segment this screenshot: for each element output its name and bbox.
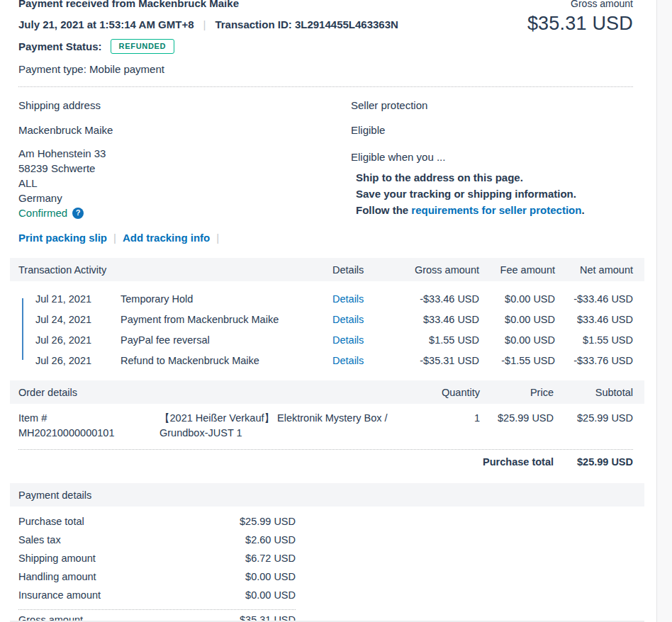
- activity-date: Jul 26, 2021: [35, 334, 121, 346]
- payment-detail-label: Sales tax: [18, 534, 61, 553]
- condition-line: Ship to the address on this page.: [356, 169, 633, 186]
- item-price: $25.99 USD: [480, 411, 554, 426]
- purchase-total-label: Purchase total: [18, 456, 554, 468]
- print-packing-slip-link[interactable]: Print packing slip: [18, 232, 107, 244]
- activity-date: Jul 26, 2021: [35, 355, 121, 366]
- column-header-gross: Gross amount: [393, 264, 479, 276]
- purchase-total-value: $25.99 USD: [554, 456, 633, 468]
- actions-row: Print packing slip | Add tracking info |: [10, 232, 644, 244]
- address-protection-section: Shipping address Mackenbruck Maike Am Ho…: [10, 99, 644, 220]
- column-header-price: Price: [480, 387, 554, 398]
- address-line: ALL: [18, 176, 351, 191]
- scrollbar-track[interactable]: [656, 0, 672, 622]
- item-quantity: 1: [393, 411, 480, 426]
- address-confirmed-row: Confirmed ?: [18, 205, 351, 220]
- details-link[interactable]: Details: [332, 355, 364, 366]
- transaction-activity-rows: Jul 21, 2021 Temporary Hold Details -$33…: [10, 281, 644, 380]
- payment-datetime: July 21, 2021 at 1:53:14 AM GMT+8: [18, 18, 194, 30]
- column-header-quantity: Quantity: [393, 387, 480, 398]
- payment-detail-value: $25.99 USD: [240, 516, 296, 534]
- item-description: 【2021 Heißer Verkauf】 Elektronik Mystery…: [159, 411, 393, 441]
- list-item: Handling amount $0.00 USD: [18, 571, 296, 589]
- address-line: Germany: [18, 191, 351, 205]
- status-badge: REFUNDED: [111, 39, 175, 54]
- activity-fee: $0.00 USD: [479, 334, 555, 346]
- gross-amount-summary: Gross amount $35.31 USD: [527, 0, 633, 75]
- header-divider: [18, 86, 633, 87]
- details-link[interactable]: Details: [332, 293, 364, 305]
- activity-description: Temporary Hold: [121, 293, 332, 305]
- seller-protection-heading: Seller protection: [351, 99, 633, 111]
- column-header-subtotal: Subtotal: [554, 387, 633, 398]
- page-title: Payment received from Mackenbruck Maike: [18, 0, 398, 9]
- list-item: Sales tax $2.60 USD: [18, 534, 296, 553]
- confirmed-link[interactable]: Confirmed: [18, 205, 67, 220]
- table-row: Jul 26, 2021 Refund to Mackenbruck Maike…: [18, 350, 633, 371]
- payment-details-divider: [18, 609, 296, 610]
- shipping-address-block: Shipping address Mackenbruck Maike Am Ho…: [18, 99, 351, 220]
- payment-header: Payment received from Mackenbruck Maike …: [10, 0, 644, 75]
- table-row: Jul 26, 2021 PayPal fee reversal Details…: [18, 329, 633, 350]
- payment-detail-label: Shipping amount: [18, 553, 96, 571]
- gross-amount-label: Gross amount: [527, 0, 633, 9]
- activity-gross: -$33.46 USD: [393, 293, 479, 305]
- payment-type: Payment type: Mobile payment: [18, 63, 398, 75]
- item-number-value: MH20210000000101: [18, 426, 159, 441]
- seller-protection-block: Seller protection Eligible Eligible when…: [351, 99, 633, 220]
- seller-protection-intro: Eligible when you ...: [351, 151, 633, 163]
- order-details-title: Order details: [18, 387, 393, 398]
- payment-header-left: Payment received from Mackenbruck Maike …: [18, 0, 398, 75]
- payment-status-row: Payment Status: REFUNDED: [18, 39, 398, 54]
- timeline-connector: [22, 298, 23, 360]
- transaction-activity-header: Transaction Activity Details Gross amoun…: [10, 258, 644, 281]
- payment-detail-value: $0.00 USD: [245, 571, 296, 589]
- action-separator: |: [113, 232, 116, 244]
- purchase-total-row: Purchase total $25.99 USD: [10, 450, 644, 476]
- details-link[interactable]: Details: [332, 314, 364, 325]
- payment-detail-value: $6.72 USD: [245, 553, 296, 571]
- column-header-net: Net amount: [555, 264, 633, 276]
- address-line: 58239 Schwerte: [18, 161, 351, 176]
- payment-details-header: Payment details: [10, 483, 644, 507]
- condition-line: Save your tracking or shipping informati…: [356, 186, 633, 202]
- recipient-name: Mackenbruck Maike: [18, 124, 351, 136]
- activity-gross: -$35.31 USD: [393, 355, 479, 366]
- activity-date: Jul 24, 2021: [35, 314, 121, 325]
- payment-status-label: Payment Status:: [18, 40, 102, 52]
- table-row: Jul 21, 2021 Temporary Hold Details -$33…: [18, 288, 633, 309]
- details-link[interactable]: Details: [332, 334, 364, 346]
- payment-details-title: Payment details: [18, 490, 633, 501]
- transaction-id: Transaction ID: 3L2914455L463363N: [215, 18, 398, 30]
- seller-protection-status: Eligible: [351, 124, 633, 136]
- shipping-address-heading: Shipping address: [18, 99, 351, 111]
- transaction-details-page: Payment received from Mackenbruck Maike …: [10, 0, 644, 622]
- item-number-cell: Item # MH20210000000101: [18, 411, 159, 441]
- payment-detail-label: Insurance amount: [18, 589, 101, 608]
- activity-fee: $0.00 USD: [479, 293, 555, 305]
- item-number-label: Item #: [18, 411, 159, 426]
- column-header-fee: Fee amount: [479, 264, 555, 276]
- activity-net: $33.46 USD: [555, 314, 633, 325]
- help-icon[interactable]: ?: [72, 208, 84, 219]
- activity-date: Jul 21, 2021: [35, 293, 121, 305]
- activity-net: -$33.46 USD: [555, 293, 633, 305]
- activity-description: PayPal fee reversal: [121, 334, 332, 346]
- seller-protection-conditions: Ship to the address on this page. Save y…: [351, 169, 633, 218]
- address-line: Am Hohenstein 33: [18, 146, 351, 161]
- table-row: Jul 24, 2021 Payment from Mackenbruck Ma…: [18, 309, 633, 329]
- activity-gross: $33.46 USD: [393, 314, 479, 325]
- payment-detail-label: Handling amount: [18, 571, 96, 589]
- follow-prefix: Follow the: [356, 204, 411, 216]
- column-header-details: Details: [332, 264, 393, 276]
- follow-suffix: .: [581, 204, 584, 216]
- meta-separator: |: [203, 18, 206, 30]
- activity-fee: $0.00 USD: [479, 314, 555, 325]
- payment-details-rows: Purchase total $25.99 USD Sales tax $2.6…: [10, 507, 644, 622]
- add-tracking-info-link[interactable]: Add tracking info: [123, 232, 210, 244]
- activity-fee: -$1.55 USD: [479, 355, 555, 366]
- seller-protection-requirements-link[interactable]: requirements for seller protection: [411, 204, 581, 216]
- payment-meta-row: July 21, 2021 at 1:53:14 AM GMT+8 | Tran…: [18, 18, 398, 30]
- address-lines: Am Hohenstein 33 58239 Schwerte ALL Germ…: [18, 146, 351, 220]
- order-item-row: Item # MH20210000000101 【2021 Heißer Ver…: [10, 404, 644, 446]
- payment-detail-value: $0.00 USD: [245, 589, 296, 608]
